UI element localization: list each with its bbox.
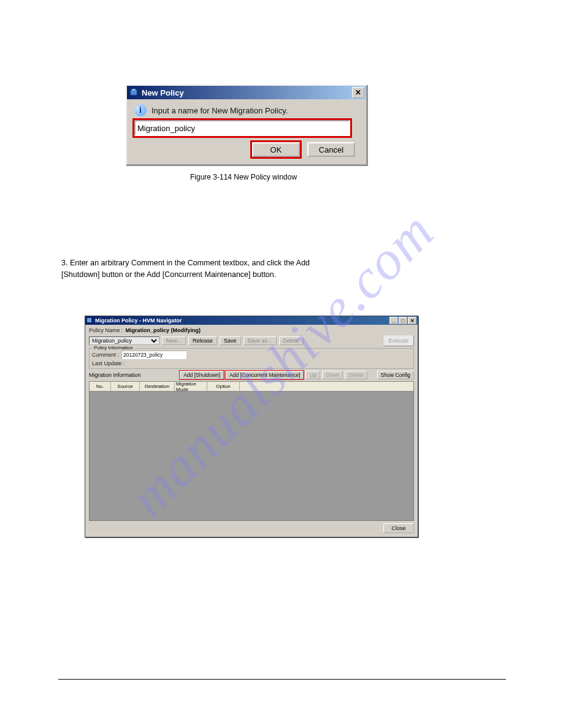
th-destination: Destination — [140, 382, 175, 391]
th-source: Source — [111, 382, 140, 391]
svg-rect-1 — [132, 89, 136, 91]
app-icon — [129, 88, 139, 97]
save-button[interactable]: Save — [220, 336, 241, 345]
info-icon: i — [134, 104, 147, 116]
ok-highlight: OK — [252, 142, 300, 157]
footer-rule — [58, 679, 506, 680]
delete-row-button[interactable]: Delete — [345, 371, 367, 379]
th-mode: Migration Mode — [175, 382, 207, 391]
delete-button[interactable]: Delete — [279, 336, 304, 345]
add-concurrent-button[interactable]: Add [Concurrent Maintenance] — [226, 371, 304, 379]
last-update-label: Last Update : — [92, 360, 125, 366]
migration-table-header: No. Source Destination Migration Mode Op… — [89, 381, 414, 392]
down-button[interactable]: Down — [322, 371, 343, 379]
th-option: Option — [207, 382, 240, 391]
window-titlebar: Migration Policy - HVM Navigator _ □ ✕ — [85, 316, 418, 325]
fieldset-legend: Policy Information — [92, 345, 135, 351]
th-no: No. — [90, 382, 111, 391]
dialog-titlebar: New Policy ✕ — [127, 86, 366, 99]
svg-rect-2 — [87, 318, 91, 322]
maximize-icon[interactable]: □ — [399, 317, 407, 324]
step-text: 3. Enter an arbitrary Comment in the Com… — [61, 257, 503, 281]
add-shutdown-button[interactable]: Add [Shutdown] — [180, 371, 224, 379]
policy-name-input[interactable] — [134, 120, 350, 136]
ok-button[interactable]: OK — [252, 142, 300, 157]
dialog-prompt: Input a name for New Migration Policy. — [151, 106, 288, 115]
comment-input[interactable] — [121, 351, 186, 359]
policy-name-label: Policy Name : — [89, 327, 123, 333]
svg-rect-0 — [131, 90, 137, 95]
dialog-title: New Policy — [142, 88, 184, 97]
policy-name-value: Migration_policy (Modifying) — [126, 327, 201, 333]
minimize-icon[interactable]: _ — [389, 317, 398, 324]
migration-table-body — [89, 392, 414, 521]
input-highlight — [134, 120, 350, 136]
app-icon — [86, 317, 93, 324]
new-button[interactable]: New... — [162, 336, 186, 345]
release-button[interactable]: Release — [188, 336, 217, 345]
figure-caption-1: Figure 3-114 New Policy window — [190, 173, 297, 181]
close-button[interactable]: Close — [383, 523, 414, 533]
add-shutdown-highlight: Add [Shutdown] — [180, 371, 224, 379]
close-icon[interactable]: ✕ — [352, 87, 364, 98]
add-concurrent-highlight: Add [Concurrent Maintenance] — [226, 371, 304, 379]
cancel-button[interactable]: Cancel — [307, 142, 355, 157]
window-title: Migration Policy - HVM Navigator — [95, 317, 182, 324]
policy-dropdown[interactable]: Migration_policy — [89, 336, 159, 345]
migration-policy-window: Migration Policy - HVM Navigator _ □ ✕ P… — [85, 316, 418, 537]
comment-label: Comment : — [92, 352, 119, 358]
close-icon[interactable]: ✕ — [408, 317, 416, 324]
policy-info-fieldset: Policy Information Comment : Last Update… — [89, 348, 414, 369]
save-as-button[interactable]: Save as... — [243, 336, 277, 345]
migration-info-label: Migration Information — [89, 372, 141, 378]
up-button[interactable]: Up — [305, 371, 320, 379]
new-policy-dialog: New Policy ✕ i Input a name for New Migr… — [126, 85, 367, 165]
execute-button[interactable]: Execute — [383, 335, 414, 346]
show-config-button[interactable]: Show Config — [377, 371, 414, 379]
